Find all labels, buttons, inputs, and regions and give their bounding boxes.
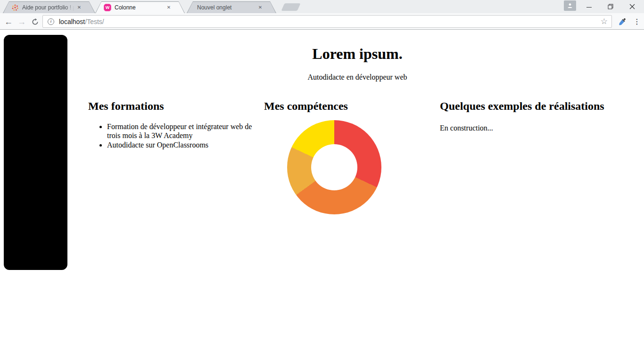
- column-realisations: Quelques exemples de réalisations En con…: [440, 99, 608, 214]
- formations-list: Formation de développeur et intégrateur …: [88, 122, 256, 149]
- profile-icon[interactable]: [564, 0, 576, 11]
- address-bar[interactable]: i localhost/Tests/ ☆: [42, 15, 612, 28]
- page-info-icon[interactable]: i: [48, 18, 54, 25]
- tab-title: Nouvel onglet: [197, 4, 256, 11]
- web-page-viewport: Lorem ipsum. Autodidacte en développeur …: [0, 30, 644, 343]
- back-button-icon[interactable]: ←: [2, 15, 15, 28]
- browser-window: Aide pour portfolio ! par ✕ W Colonne ✕ …: [0, 0, 644, 30]
- minimize-icon[interactable]: [581, 0, 596, 13]
- list-item: Autodidacte sur OpenClassrooms: [107, 141, 256, 149]
- restore-window-icon[interactable]: [603, 0, 618, 13]
- list-item: Formation de développeur et intégrateur …: [107, 122, 256, 140]
- new-tab-button[interactable]: [281, 3, 300, 11]
- forward-button-icon[interactable]: →: [15, 15, 28, 28]
- formations-heading: Mes formations: [88, 99, 256, 113]
- competences-heading: Mes compétences: [264, 99, 432, 113]
- url-text[interactable]: localhost/Tests/: [59, 18, 601, 25]
- tab-title: Aide pour portfolio ! par: [22, 4, 75, 11]
- reload-button-icon[interactable]: [28, 15, 41, 28]
- url-path: /Tests/: [85, 18, 104, 25]
- tab-close-icon[interactable]: ✕: [75, 4, 83, 11]
- page-subtitle: Autodidacte en développeur web: [71, 73, 644, 82]
- column-competences: Mes compétences: [264, 99, 432, 214]
- construction-note: En construction...: [440, 124, 608, 132]
- bookmark-star-icon[interactable]: ☆: [601, 16, 608, 26]
- wamp-favicon-icon: W: [104, 4, 111, 11]
- eyedropper-extension-icon[interactable]: [616, 16, 628, 28]
- tab-close-icon[interactable]: ✕: [256, 4, 264, 11]
- doughnut-hole: [311, 144, 357, 190]
- content-columns: Mes formations Formation de développeur …: [71, 99, 644, 214]
- tab-nouvel-onglet[interactable]: Nouvel onglet ✕: [187, 1, 276, 13]
- skills-chart-container: [287, 120, 381, 214]
- browser-menu-dots-icon[interactable]: ⋮: [631, 16, 643, 28]
- tab-colonne[interactable]: W Colonne ✕: [95, 1, 185, 13]
- black-side-panel: [4, 35, 67, 270]
- browser-toolbar: ← → i localhost/Tests/ ☆ ⋮: [0, 13, 644, 30]
- tab-aide-portfolio[interactable]: Aide pour portfolio ! par ✕: [3, 1, 95, 13]
- tab-title: Colonne: [115, 4, 165, 11]
- url-host: localhost: [59, 18, 85, 25]
- person-glyph-icon: [567, 2, 573, 9]
- page-main: Lorem ipsum. Autodidacte en développeur …: [71, 30, 644, 214]
- tab-strip: Aide pour portfolio ! par ✕ W Colonne ✕ …: [0, 0, 644, 13]
- page-title: Lorem ipsum.: [71, 45, 644, 63]
- burst-favicon-icon: [11, 4, 19, 11]
- close-window-icon[interactable]: [625, 0, 640, 13]
- column-formations: Mes formations Formation de développeur …: [88, 99, 256, 214]
- realisations-heading: Quelques exemples de réalisations: [440, 99, 608, 113]
- tab-close-icon[interactable]: ✕: [165, 4, 173, 11]
